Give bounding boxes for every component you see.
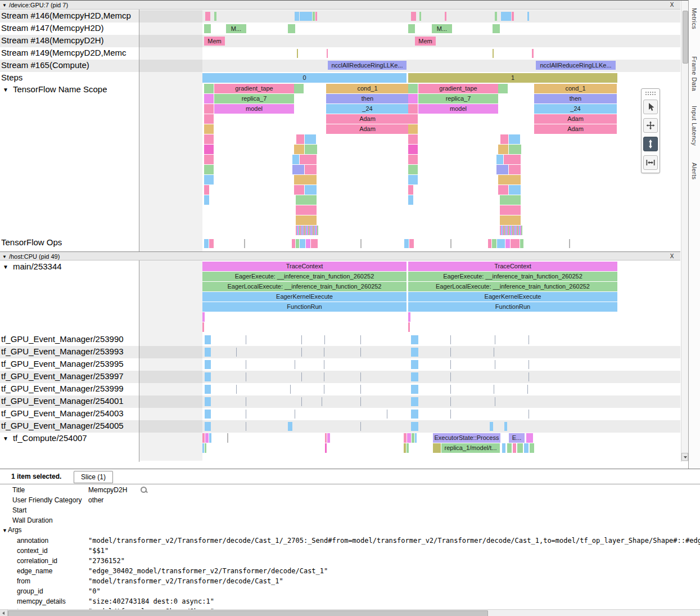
trace-slice[interactable] bbox=[408, 134, 418, 144]
trace-slice[interactable] bbox=[504, 422, 507, 431]
trace-slice[interactable] bbox=[296, 215, 317, 225]
trace-slice[interactable] bbox=[205, 443, 206, 453]
trace-slice[interactable] bbox=[509, 165, 521, 174]
trace-tick[interactable] bbox=[324, 348, 324, 357]
trace-slice[interactable] bbox=[412, 433, 414, 443]
trace-slice[interactable] bbox=[205, 385, 211, 394]
trace-slice[interactable] bbox=[244, 239, 245, 248]
trace-slice-mem[interactable]: Mem bbox=[204, 37, 225, 46]
trace-slice[interactable] bbox=[408, 94, 418, 104]
trace-slice-model[interactable]: model bbox=[214, 104, 294, 114]
trace-slice-ncclallreduceringllke[interactable]: ncclAllReduceRingLLKe... bbox=[536, 61, 616, 70]
trace-slice[interactable] bbox=[205, 12, 210, 21]
trace-slice[interactable] bbox=[297, 49, 298, 58]
trace-slice[interactable] bbox=[509, 145, 521, 154]
trace-slice[interactable] bbox=[204, 24, 211, 33]
trace-slice[interactable] bbox=[205, 372, 211, 381]
trace-slice[interactable] bbox=[445, 12, 446, 21]
cpu-close-button[interactable]: X bbox=[668, 253, 676, 260]
trace-slice-adam[interactable]: Adam bbox=[534, 114, 617, 124]
trace-slice-adam[interactable]: Adam bbox=[326, 114, 409, 124]
trace-slice[interactable] bbox=[296, 226, 318, 235]
trace-slice[interactable] bbox=[408, 195, 413, 205]
trace-slice[interactable] bbox=[411, 360, 418, 369]
trace-tick[interactable] bbox=[360, 348, 361, 357]
trace-tick[interactable] bbox=[246, 372, 246, 381]
trace-slice-ncclallreduceringllke[interactable]: ncclAllReduceRingLLKe... bbox=[328, 61, 407, 70]
trace-slice[interactable] bbox=[292, 165, 304, 174]
trace-tick[interactable] bbox=[529, 335, 529, 344]
trace-slice[interactable] bbox=[305, 145, 317, 154]
trace-slice-tracecontext[interactable]: TraceContext bbox=[408, 262, 617, 271]
trace-slice-eagerexecute-inference-train-function-26[interactable]: EagerExecute: __inference_train_function… bbox=[408, 272, 617, 281]
side-tab-frame-data[interactable]: Frame Data bbox=[691, 56, 698, 91]
trace-slice[interactable] bbox=[327, 433, 330, 443]
vertical-scrollbar[interactable] bbox=[681, 1, 688, 462]
trace-slice[interactable] bbox=[500, 226, 522, 235]
trace-slice[interactable] bbox=[404, 433, 407, 443]
trace-slice-adam[interactable]: Adam bbox=[326, 124, 409, 134]
trace-tick[interactable] bbox=[360, 422, 361, 431]
trace-slice[interactable] bbox=[501, 12, 511, 21]
trace-slice[interactable] bbox=[408, 24, 415, 33]
trace-slice[interactable] bbox=[509, 185, 521, 195]
trace-slice[interactable] bbox=[205, 410, 211, 419]
timing-tool-button[interactable] bbox=[643, 155, 658, 170]
trace-tick[interactable] bbox=[450, 348, 451, 357]
trace-tick[interactable] bbox=[360, 397, 361, 406]
trace-tick[interactable] bbox=[295, 360, 295, 369]
trace-slice[interactable] bbox=[204, 84, 214, 93]
trace-slice-eagerkernelexecute[interactable]: EagerKernelExecute bbox=[408, 292, 617, 302]
trace-slice[interactable] bbox=[205, 433, 209, 443]
trace-slice[interactable] bbox=[315, 12, 317, 21]
trace-slice-mem[interactable]: Mem bbox=[415, 37, 436, 46]
trace-slice[interactable] bbox=[296, 205, 317, 215]
trace-slice[interactable] bbox=[294, 175, 317, 185]
trace-slice[interactable] bbox=[419, 12, 421, 21]
trace-slice[interactable] bbox=[411, 385, 418, 394]
trace-slice[interactable] bbox=[205, 335, 211, 344]
trace-slice[interactable] bbox=[526, 433, 533, 443]
trace-slice[interactable] bbox=[204, 124, 214, 134]
trace-tick[interactable] bbox=[450, 385, 451, 394]
trace-slice[interactable] bbox=[227, 433, 228, 443]
magnifier-icon[interactable] bbox=[141, 487, 147, 493]
trace-slice-then[interactable]: then bbox=[534, 94, 617, 104]
trace-slice[interactable] bbox=[296, 239, 299, 248]
trace-tick[interactable] bbox=[387, 410, 387, 419]
trace-slice[interactable] bbox=[527, 12, 529, 21]
trace-slice-gradient-tape[interactable]: gradient_tape bbox=[214, 84, 294, 93]
trace-tick[interactable] bbox=[246, 410, 246, 419]
trace-slice[interactable] bbox=[530, 443, 534, 453]
trace-slice[interactable] bbox=[408, 84, 418, 93]
trace-slice[interactable] bbox=[205, 360, 211, 369]
trace-slice[interactable] bbox=[300, 12, 312, 21]
trace-slice[interactable] bbox=[204, 175, 214, 185]
trace-tick[interactable] bbox=[529, 372, 529, 381]
trace-slice[interactable] bbox=[300, 239, 305, 248]
trace-slice[interactable] bbox=[408, 114, 418, 124]
trace-tick[interactable] bbox=[236, 385, 237, 394]
trace-slice[interactable] bbox=[490, 422, 493, 431]
trace-slice[interactable] bbox=[498, 185, 508, 195]
trace-slice-model[interactable]: model bbox=[418, 104, 498, 114]
trace-slice-then[interactable]: then bbox=[326, 94, 409, 104]
select-tool-button[interactable] bbox=[643, 100, 658, 114]
trace-slice[interactable] bbox=[520, 239, 523, 248]
gpu-close-button[interactable]: X bbox=[668, 1, 676, 9]
trace-slice[interactable] bbox=[495, 12, 497, 21]
trace-slice[interactable] bbox=[404, 443, 406, 453]
trace-slice[interactable] bbox=[411, 397, 418, 406]
trace-slice[interactable] bbox=[205, 422, 211, 431]
trace-slice[interactable] bbox=[360, 239, 362, 248]
horizontal-scrollbar[interactable] bbox=[0, 609, 700, 616]
trace-tick[interactable] bbox=[494, 348, 494, 357]
trace-tick[interactable] bbox=[301, 397, 302, 406]
trace-slice[interactable] bbox=[498, 145, 508, 154]
trace-slice[interactable] bbox=[411, 348, 418, 357]
trace-tick[interactable] bbox=[301, 348, 302, 357]
trace-tick[interactable] bbox=[360, 385, 361, 394]
trace-slice[interactable] bbox=[407, 443, 409, 453]
trace-slice-24[interactable]: _24 bbox=[534, 104, 617, 114]
trace-slice[interactable] bbox=[505, 239, 510, 248]
